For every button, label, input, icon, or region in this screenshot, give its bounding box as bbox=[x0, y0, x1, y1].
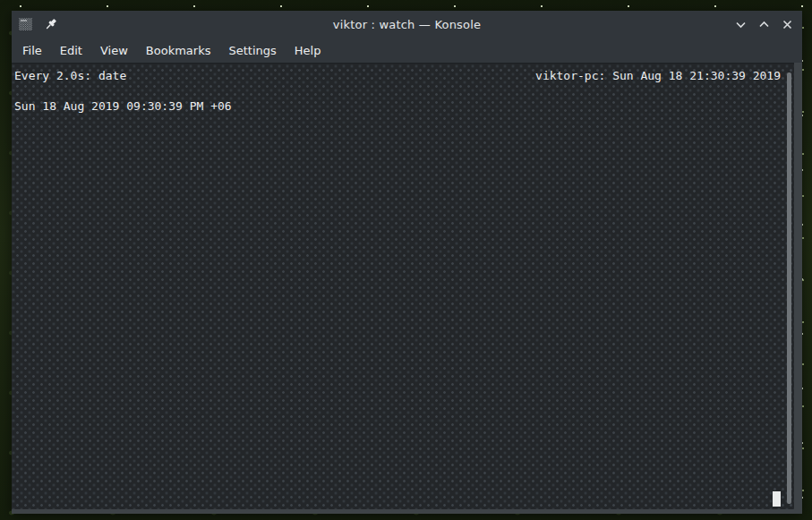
minimize-button[interactable] bbox=[735, 19, 747, 30]
menubar: File Edit View Bookmarks Settings Help bbox=[12, 38, 802, 63]
watch-host-time-text: viktor-pc: Sun Aug 18 21:30:39 2019 bbox=[535, 68, 781, 83]
maximize-button[interactable] bbox=[758, 19, 770, 30]
menu-item-settings[interactable]: Settings bbox=[228, 38, 276, 63]
menu-item-view[interactable]: View bbox=[100, 38, 128, 63]
titlebar[interactable]: viktor : watch — Konsole bbox=[12, 11, 802, 38]
konsole-window: viktor : watch — Konsole bbox=[12, 11, 802, 514]
menu-item-help[interactable]: Help bbox=[295, 38, 321, 63]
close-icon bbox=[782, 19, 793, 30]
window-frame-right bbox=[794, 63, 802, 509]
watch-interval-text: Every 2.0s: date bbox=[14, 68, 126, 83]
menu-item-bookmarks[interactable]: Bookmarks bbox=[146, 38, 211, 63]
menu-item-edit[interactable]: Edit bbox=[60, 38, 82, 63]
desktop-background: viktor : watch — Konsole bbox=[0, 0, 812, 520]
close-button[interactable] bbox=[782, 19, 793, 30]
menu-item-file[interactable]: File bbox=[22, 38, 42, 63]
window-frame-bottom bbox=[12, 509, 802, 514]
date-output-line: Sun 18 Aug 2019 09:30:39 PM +06 bbox=[14, 98, 781, 114]
terminal-view[interactable]: Every 2.0s: date viktor-pc: Sun Aug 18 2… bbox=[12, 63, 794, 509]
watch-header-line: Every 2.0s: date viktor-pc: Sun Aug 18 2… bbox=[14, 68, 781, 83]
window-controls bbox=[735, 11, 793, 38]
window-title: viktor : watch — Konsole bbox=[12, 18, 802, 31]
window-content: Every 2.0s: date viktor-pc: Sun Aug 18 2… bbox=[12, 63, 802, 509]
scrollbar-track[interactable] bbox=[784, 64, 794, 509]
pin-icon bbox=[43, 17, 58, 32]
titlebar-icons bbox=[12, 17, 58, 32]
konsole-app-icon bbox=[18, 17, 33, 32]
chevron-down-icon bbox=[735, 19, 747, 30]
chevron-up-icon bbox=[758, 19, 770, 30]
blank-line bbox=[14, 83, 781, 98]
terminal-cursor bbox=[773, 491, 781, 507]
scrollbar-handle[interactable] bbox=[787, 72, 791, 504]
